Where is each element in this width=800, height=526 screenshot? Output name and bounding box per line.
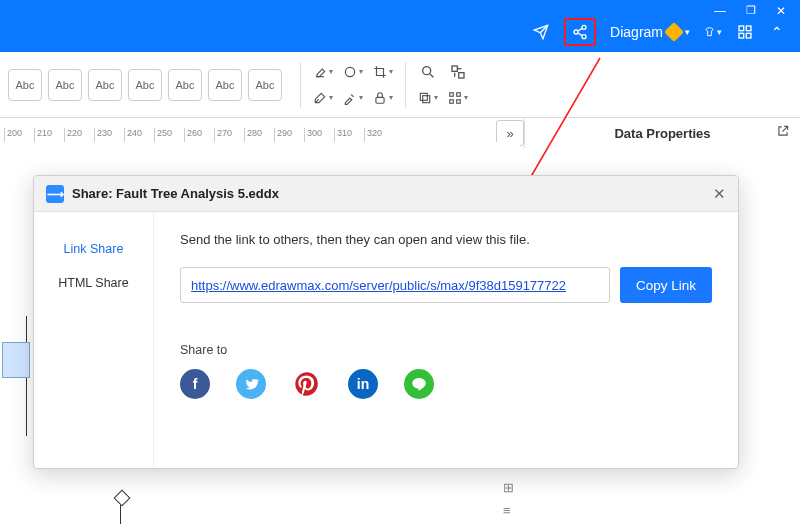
svg-rect-16 — [450, 99, 454, 103]
toolbar: Abc Abc Abc Abc Abc Abc Abc — [0, 52, 800, 118]
crop-tool[interactable] — [373, 62, 393, 82]
divider — [405, 62, 406, 108]
popout-icon[interactable] — [776, 124, 790, 141]
svg-rect-10 — [452, 66, 457, 71]
panel-title: Data Properties — [614, 126, 710, 141]
dialog-content: Send the link to others, then they can o… — [154, 212, 738, 468]
svg-rect-15 — [457, 92, 461, 96]
tab-link-share[interactable]: Link Share — [34, 232, 153, 266]
distribute-icon[interactable] — [448, 88, 468, 108]
copy-link-button[interactable]: Copy Link — [620, 267, 712, 303]
apps-icon[interactable] — [736, 23, 754, 41]
brush-tool[interactable] — [313, 88, 333, 108]
app-logo-icon: ⟶ — [46, 185, 64, 203]
panel-icon-1[interactable]: ⊞ — [503, 480, 514, 495]
search-icon[interactable] — [418, 62, 438, 82]
svg-rect-12 — [420, 93, 427, 100]
chevron-up-icon[interactable]: ⌃ — [768, 23, 786, 41]
share-dialog: ⟶ Share: Fault Tree Analysis 5.eddx ✕ Li… — [33, 175, 739, 469]
svg-rect-6 — [746, 33, 751, 38]
share-description: Send the link to others, then they can o… — [180, 232, 712, 247]
replace-icon[interactable] — [448, 62, 468, 82]
svg-point-1 — [574, 30, 578, 34]
tab-html-share[interactable]: HTML Share — [34, 266, 153, 300]
svg-rect-5 — [739, 33, 744, 38]
text-style-4[interactable]: Abc — [128, 69, 162, 101]
shape-connector — [120, 498, 121, 524]
text-style-2[interactable]: Abc — [48, 69, 82, 101]
social-buttons: f in — [180, 369, 712, 399]
shape-tool[interactable] — [343, 62, 363, 82]
title-actions: Diagram ▾ ▾ ⌃ — [532, 18, 786, 46]
minimize-button[interactable]: — — [714, 4, 726, 18]
svg-rect-14 — [450, 92, 454, 96]
svg-rect-13 — [423, 95, 430, 102]
svg-point-9 — [423, 66, 431, 74]
shape-box[interactable] — [2, 342, 30, 378]
title-bar: — ❐ ✕ Diagram ▾ ▾ ⌃ — [0, 0, 800, 52]
dialog-header: ⟶ Share: Fault Tree Analysis 5.eddx ✕ — [34, 176, 738, 212]
text-style-1[interactable]: Abc — [8, 69, 42, 101]
svg-point-7 — [345, 67, 354, 76]
text-style-3[interactable]: Abc — [88, 69, 122, 101]
text-style-6[interactable]: Abc — [208, 69, 242, 101]
fill-tool[interactable] — [313, 62, 333, 82]
linkedin-icon[interactable]: in — [348, 369, 378, 399]
tshirt-icon[interactable]: ▾ — [704, 23, 722, 41]
diamond-icon — [664, 22, 684, 42]
window-controls: — ❐ ✕ — [714, 0, 800, 18]
maximize-button[interactable]: ❐ — [746, 4, 756, 18]
svg-point-2 — [582, 35, 586, 39]
text-style-5[interactable]: Abc — [168, 69, 202, 101]
pinterest-icon[interactable] — [292, 369, 322, 399]
text-style-7[interactable]: Abc — [248, 69, 282, 101]
close-button[interactable]: ✕ — [776, 4, 786, 18]
data-properties-header: Data Properties — [524, 118, 800, 148]
svg-point-0 — [582, 25, 586, 29]
diagram-label[interactable]: Diagram ▾ — [610, 24, 690, 40]
lock-tool[interactable] — [373, 88, 393, 108]
share-link-input[interactable] — [180, 267, 610, 303]
panel-icon-2[interactable]: ≡ — [503, 503, 514, 518]
layer-icon[interactable] — [418, 88, 438, 108]
divider — [300, 62, 301, 108]
svg-rect-8 — [376, 97, 384, 103]
close-icon[interactable]: ✕ — [713, 185, 726, 203]
line-icon[interactable] — [404, 369, 434, 399]
svg-rect-17 — [457, 99, 461, 103]
dialog-title: Share: Fault Tree Analysis 5.eddx — [72, 186, 279, 201]
twitter-icon[interactable] — [236, 369, 266, 399]
svg-rect-3 — [739, 26, 744, 31]
send-icon[interactable] — [532, 23, 550, 41]
text-style-group: Abc Abc Abc Abc Abc Abc Abc — [0, 69, 290, 101]
svg-rect-11 — [459, 72, 464, 77]
share-button[interactable] — [564, 18, 596, 46]
svg-rect-4 — [746, 26, 751, 31]
panel-collapse-icons: ⊞ ≡ — [503, 480, 514, 518]
dialog-sidebar: Link Share HTML Share — [34, 212, 154, 468]
eyedropper-tool[interactable] — [343, 88, 363, 108]
facebook-icon[interactable]: f — [180, 369, 210, 399]
share-to-label: Share to — [180, 343, 712, 357]
